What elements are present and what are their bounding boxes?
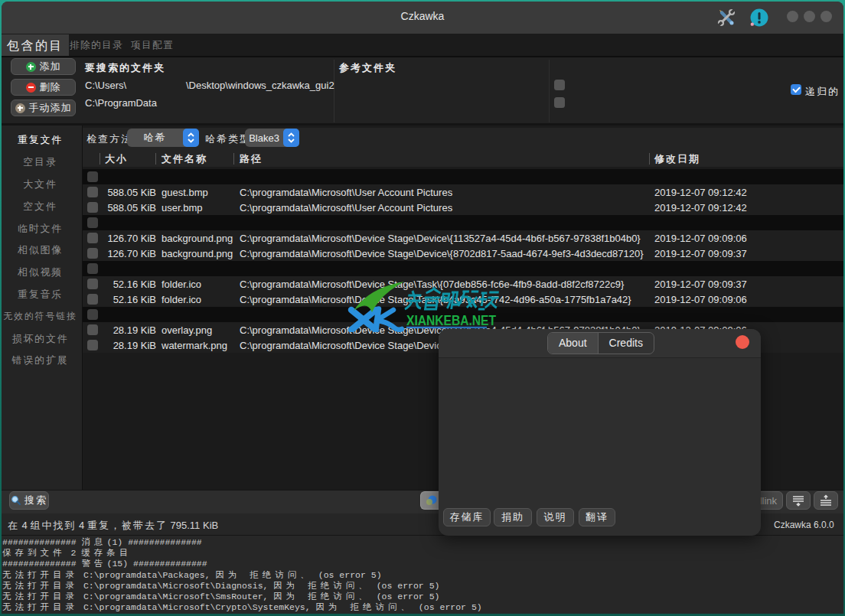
svg-text:XIANKEBA.NET: XIANKEBA.NET	[406, 312, 496, 328]
